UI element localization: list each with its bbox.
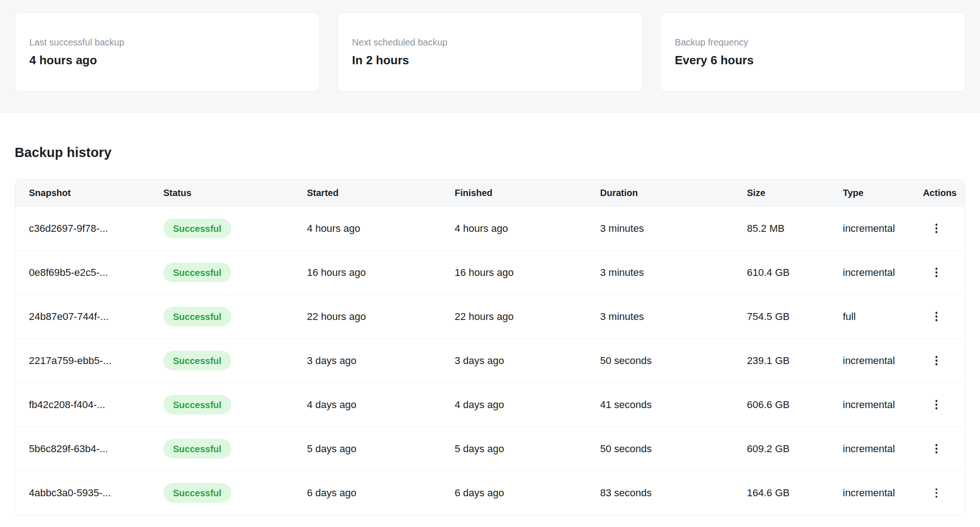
duration-cell: 3 minutes [586,207,733,251]
table-row: 0e8f69b5-e2c5-... Successful 16 hours ag… [15,251,965,295]
column-header-duration: Duration [586,180,733,207]
duration-cell: 41 seconds [586,383,733,427]
snapshot-id: c36d2697-9f78-... [15,207,150,251]
status-badge: Successful [163,439,231,459]
duration-cell: 83 seconds [586,471,733,515]
type-cell: incremental [829,427,905,471]
finished-cell: 4 days ago [441,383,586,427]
column-header-type: Type [829,180,905,207]
table-row: fb42c208-f404-... Successful 4 days ago … [15,383,965,427]
started-cell: 4 hours ago [293,207,441,251]
backup-history-section: Backup history Snapshot Status Started F… [0,145,980,516]
table-row: 4abbc3a0-5935-... Successful 6 days ago … [15,471,965,515]
backup-summary-band: Last successful backup 4 hours ago Next … [0,0,980,113]
row-actions-button[interactable] [927,308,946,326]
table-row: 5b6c829f-63b4-... Successful 5 days ago … [15,427,965,471]
duration-cell: 3 minutes [586,251,733,295]
snapshot-id: fb42c208-f404-... [15,383,150,427]
column-header-size: Size [733,180,829,207]
card-label: Next scheduled backup [352,37,628,48]
row-actions-button[interactable] [927,484,946,502]
column-header-status: Status [150,180,293,207]
type-cell: incremental [829,471,905,515]
status-badge: Successful [163,307,231,326]
size-cell: 754.5 GB [733,295,829,339]
size-cell: 239.1 GB [733,339,829,383]
started-cell: 3 days ago [293,339,441,383]
type-cell: incremental [829,339,905,383]
type-cell: incremental [829,207,905,251]
finished-cell: 4 hours ago [441,207,586,251]
duration-cell: 3 minutes [586,295,733,339]
type-cell: full [829,295,905,339]
table-body: c36d2697-9f78-... Successful 4 hours ago… [15,207,965,515]
card-value: 4 hours ago [29,53,305,67]
size-cell: 85.2 MB [733,207,829,251]
type-cell: incremental [829,383,905,427]
finished-cell: 6 days ago [441,471,586,515]
table-header-row: Snapshot Status Started Finished Duratio… [15,180,965,207]
card-label: Last successful backup [29,37,305,48]
card-value: Every 6 hours [675,53,951,67]
size-cell: 609.2 GB [733,427,829,471]
column-header-started: Started [293,180,441,207]
duration-cell: 50 seconds [586,339,733,383]
page-title: Backup history [15,145,965,160]
type-cell: incremental [829,251,905,295]
card-next-scheduled-backup: Next scheduled backup In 2 hours [337,12,642,92]
finished-cell: 5 days ago [441,427,586,471]
snapshot-id: 0e8f69b5-e2c5-... [15,251,150,295]
snapshot-id: 4abbc3a0-5935-... [15,471,150,515]
size-cell: 164.6 GB [733,471,829,515]
started-cell: 16 hours ago [293,251,441,295]
snapshot-id: 2217a759-ebb5-... [15,339,150,383]
card-value: In 2 hours [352,53,628,67]
duration-cell: 50 seconds [586,427,733,471]
status-badge: Successful [163,263,231,282]
finished-cell: 22 hours ago [441,295,586,339]
snapshot-id: 5b6c829f-63b4-... [15,427,150,471]
backup-history-table: Snapshot Status Started Finished Duratio… [15,180,965,515]
column-header-actions: Actions [905,180,965,207]
card-label: Backup frequency [675,37,951,48]
finished-cell: 3 days ago [441,339,586,383]
table-row: 24b87e07-744f-... Successful 22 hours ag… [15,295,965,339]
card-backup-frequency: Backup frequency Every 6 hours [660,12,965,92]
snapshot-id: 24b87e07-744f-... [15,295,150,339]
table-row: 2217a759-ebb5-... Successful 3 days ago … [15,339,965,383]
started-cell: 5 days ago [293,427,441,471]
status-badge: Successful [163,395,231,415]
card-last-successful-backup: Last successful backup 4 hours ago [15,12,320,92]
status-badge: Successful [163,351,231,370]
size-cell: 610.4 GB [733,251,829,295]
table-row: c36d2697-9f78-... Successful 4 hours ago… [15,207,965,251]
row-actions-button[interactable] [927,396,946,414]
column-header-finished: Finished [441,180,586,207]
row-actions-button[interactable] [927,352,946,370]
finished-cell: 16 hours ago [441,251,586,295]
backup-history-table-card: Snapshot Status Started Finished Duratio… [15,179,965,516]
started-cell: 22 hours ago [293,295,441,339]
status-badge: Successful [163,219,231,238]
status-badge: Successful [163,483,231,503]
started-cell: 6 days ago [293,471,441,515]
row-actions-button[interactable] [927,264,946,282]
row-actions-button[interactable] [927,219,946,238]
row-actions-button[interactable] [927,440,946,458]
column-header-snapshot: Snapshot [15,180,150,207]
size-cell: 606.6 GB [733,383,829,427]
started-cell: 4 days ago [293,383,441,427]
